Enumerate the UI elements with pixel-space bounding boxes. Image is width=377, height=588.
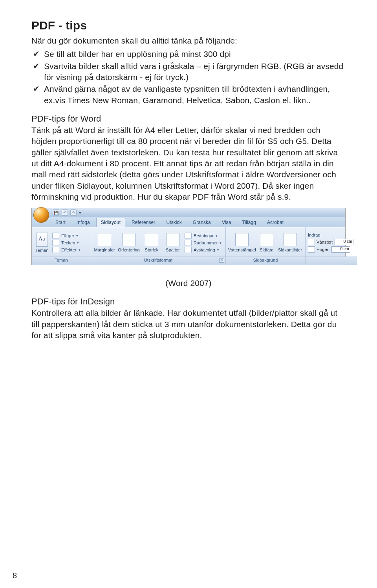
chevron-down-icon: ▾ xyxy=(76,234,78,238)
indent-right-icon xyxy=(308,246,315,253)
group-label-teman: Teman xyxy=(32,257,91,265)
orientation-icon xyxy=(122,233,135,246)
tecken-button[interactable]: Tecken▾ xyxy=(52,240,81,246)
storlek-button[interactable]: Storlek xyxy=(142,233,161,252)
group-utskriftsformat: Marginaler Orientering Storlek Spalter B… xyxy=(91,227,226,265)
indent-left-input[interactable]: 0 cm xyxy=(335,239,353,245)
orientering-button[interactable]: Orientering xyxy=(118,233,140,252)
word-body: Tänk på att Word är inställt för A4 elle… xyxy=(31,125,346,202)
tab-sidlayout[interactable]: Sidlayout xyxy=(96,218,125,227)
pageborders-icon xyxy=(284,233,297,246)
tab-referenser[interactable]: Referenser xyxy=(127,218,160,227)
group-indrag: Indrag Vänster: 0 cm Höger: 0 cm xyxy=(306,227,357,265)
hyphenation-icon xyxy=(185,247,192,253)
font-icon xyxy=(52,240,59,246)
word-ribbon-screenshot: 💾 ↶ ↷ ▾ Start Infoga Sidlayout Referense… xyxy=(31,208,346,265)
screenshot-caption: (Word 2007) xyxy=(31,279,346,288)
pagecolor-icon xyxy=(260,233,273,246)
indesign-heading: PDF-tips för InDesign xyxy=(31,297,346,307)
chevron-down-icon: ▾ xyxy=(79,248,81,252)
word-heading: PDF-tips för Word xyxy=(31,114,346,124)
farger-button[interactable]: Färger▾ xyxy=(52,233,81,239)
group-label-utskriftsformat: Utskriftsformat↘ xyxy=(91,257,225,265)
indent-left-icon xyxy=(308,239,315,245)
tab-utskick[interactable]: Utskick xyxy=(161,218,186,227)
indrag-title: Indrag xyxy=(308,233,354,237)
watermark-icon xyxy=(235,233,249,246)
chevron-down-icon: ▾ xyxy=(217,248,219,252)
colors-icon xyxy=(52,233,59,239)
linenumbers-icon xyxy=(185,240,192,246)
marginaler-button[interactable]: Marginaler xyxy=(93,233,115,252)
page-number: 8 xyxy=(13,571,17,580)
indent-right-row: Höger: 0 cm xyxy=(308,246,354,253)
size-icon xyxy=(145,233,158,246)
sidfarg-button[interactable]: Sidfärg xyxy=(258,233,275,252)
ribbon-body: Aa Teman Färger▾ Tecken▾ Effekter▾ Teman… xyxy=(32,227,345,265)
tab-granska[interactable]: Granska xyxy=(188,218,216,227)
avstavning-button[interactable]: Avstavning▾ xyxy=(185,247,222,253)
sidkantlinjer-button[interactable]: Sidkantlinjer xyxy=(277,233,303,252)
tab-acrobat[interactable]: Acrobat xyxy=(262,218,288,227)
chevron-down-icon: ▾ xyxy=(77,241,79,245)
effekter-button[interactable]: Effekter▾ xyxy=(52,247,81,253)
indent-right-label: Höger: xyxy=(317,247,330,252)
tab-tillagg[interactable]: Tillägg xyxy=(237,218,261,227)
chevron-down-icon: ▾ xyxy=(216,234,218,238)
bullet-list: Se till att bilder har en upplösning på … xyxy=(31,49,346,106)
teman-button[interactable]: Aa Teman xyxy=(34,233,50,253)
undo-icon[interactable]: ↶ xyxy=(62,209,68,216)
indent-left-row: Vänster: 0 cm xyxy=(308,239,354,245)
group-sidbakgrund: Vattenstämpel Sidfärg Sidkantlinjer Sidb… xyxy=(226,227,306,265)
group-label-sidbakgrund: Sidbakgrund xyxy=(226,257,305,265)
margins-icon xyxy=(98,233,111,246)
intro-text: När du gör dokumenten skall du alltid tä… xyxy=(31,35,346,46)
tab-start[interactable]: Start xyxy=(51,218,70,227)
spalter-button[interactable]: Spalter xyxy=(163,233,182,252)
radnummer-button[interactable]: Radnummer▾ xyxy=(185,240,222,246)
redo-icon[interactable]: ↷ xyxy=(70,209,77,216)
vattenstampel-button[interactable]: Vattenstämpel xyxy=(228,233,256,252)
indent-left-label: Vänster: xyxy=(317,240,333,244)
chevron-down-icon: ▾ xyxy=(220,241,221,245)
breaks-icon xyxy=(185,233,192,239)
group-teman: Aa Teman Färger▾ Tecken▾ Effekter▾ Teman xyxy=(32,227,91,265)
effects-icon xyxy=(52,247,59,253)
columns-icon xyxy=(166,233,179,246)
qat-dropdown-icon[interactable]: ▾ xyxy=(79,210,81,215)
titlebar: 💾 ↶ ↷ ▾ xyxy=(32,208,345,217)
indesign-body: Kontrollera att alla bilder är länkade. … xyxy=(31,308,346,341)
group-label-indrag xyxy=(306,257,357,265)
bullet-item: Svartvita bilder skall alltid vara i grå… xyxy=(31,61,346,83)
ribbon-tabs: Start Infoga Sidlayout Referenser Utskic… xyxy=(32,217,345,227)
save-icon[interactable]: 💾 xyxy=(53,209,59,216)
tab-infoga[interactable]: Infoga xyxy=(72,218,95,227)
dialog-launcher-icon[interactable]: ↘ xyxy=(220,258,224,263)
bullet-item: Använd gärna något av de vanligaste typs… xyxy=(31,84,346,106)
page-title: PDF - tips xyxy=(31,19,346,32)
quick-access-toolbar: 💾 ↶ ↷ ▾ xyxy=(53,209,81,216)
bullet-item: Se till att bilder har en upplösning på … xyxy=(31,49,346,60)
tab-visa[interactable]: Visa xyxy=(217,218,236,227)
indent-right-input[interactable]: 0 cm xyxy=(331,246,350,253)
brytningar-button[interactable]: Brytningar▾ xyxy=(185,233,222,239)
